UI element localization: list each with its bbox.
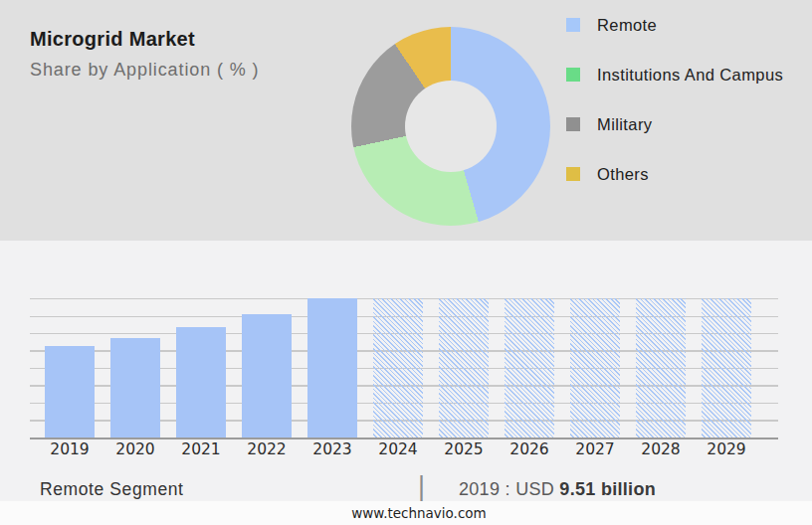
bar-forecast-2027 — [570, 298, 620, 438]
x-axis-label-2027: 2027 — [559, 440, 631, 458]
legend-label: Others — [597, 165, 649, 184]
legend-swatch-icon — [566, 167, 580, 181]
legend-label: Military — [597, 115, 652, 134]
legend-swatch-icon — [566, 18, 580, 32]
donut-hole — [405, 81, 497, 172]
bar-forecast-2026 — [505, 298, 554, 438]
value-text: 2019 : USD 9.51 billion — [459, 479, 656, 500]
page-subtitle: Share by Application ( % ) — [30, 60, 260, 81]
x-axis-label-2024: 2024 — [362, 440, 434, 458]
bar-forecast-2028 — [636, 298, 686, 438]
top-panel: Microgrid Market Share by Application ( … — [0, 0, 812, 241]
legend-item-institutions-and-campus: Institutions And Campus — [566, 50, 783, 99]
bar-forecast-2029 — [702, 298, 751, 438]
bar-2022 — [242, 314, 292, 438]
infographic-page: Microgrid Market Share by Application ( … — [0, 0, 812, 525]
legend-swatch-icon — [566, 68, 580, 82]
x-axis-label-2023: 2023 — [297, 440, 368, 458]
x-axis-label-2028: 2028 — [625, 440, 697, 458]
bar-2021 — [176, 327, 226, 438]
x-axis-label-2029: 2029 — [691, 440, 762, 458]
legend-label: Institutions And Campus — [597, 66, 783, 85]
x-axis-label-2025: 2025 — [428, 440, 500, 458]
legend-item-others: Others — [566, 149, 783, 199]
segment-label: Remote Segment — [40, 479, 184, 500]
x-axis-labels: 2019202020212022202320242025202620272028… — [30, 440, 778, 462]
bar-2020 — [110, 338, 160, 438]
legend-swatch-icon — [566, 117, 580, 131]
bar-2023 — [307, 298, 357, 438]
x-axis-label-2020: 2020 — [100, 440, 171, 458]
bar-plot — [30, 298, 778, 439]
legend-item-military: Military — [566, 99, 783, 149]
donut-chart — [351, 27, 550, 226]
legend-item-remote: Remote — [566, 0, 783, 50]
value-prefix: 2019 : USD — [459, 479, 559, 499]
x-axis-label-2021: 2021 — [165, 440, 237, 458]
bar-forecast-2025 — [439, 298, 489, 438]
value-bold: 9.51 billion — [559, 479, 656, 499]
x-axis-label-2019: 2019 — [34, 440, 105, 458]
bar-2019 — [45, 346, 95, 438]
x-axis-label-2026: 2026 — [494, 440, 565, 458]
website-url: www.technavio.com — [351, 505, 486, 521]
bottom-panel: 2019202020212022202320242025202620272028… — [0, 241, 812, 525]
bar-forecast-2024 — [373, 298, 423, 438]
x-axis-label-2022: 2022 — [231, 440, 303, 458]
value-separator: | — [418, 471, 425, 502]
page-title: Microgrid Market — [30, 28, 195, 51]
legend-label: Remote — [597, 16, 657, 35]
legend: RemoteInstitutions And CampusMilitaryOth… — [566, 0, 783, 199]
